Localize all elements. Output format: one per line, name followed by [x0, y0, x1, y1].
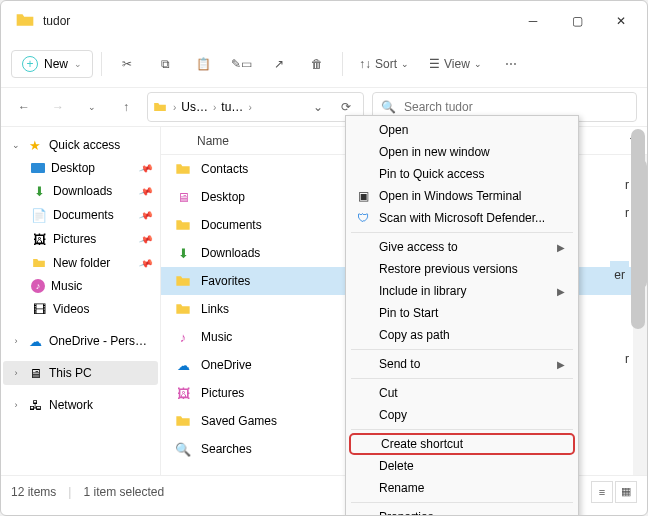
sidebar-item-videos[interactable]: 🎞Videos — [3, 297, 158, 321]
submenu-arrow-icon: ▶ — [557, 242, 565, 253]
sidebar-item-downloads[interactable]: ⬇Downloads📌 — [3, 179, 158, 203]
sidebar-item-pictures[interactable]: 🖼Pictures📌 — [3, 227, 158, 251]
menu-item-open-in-new-window[interactable]: Open in new window — [349, 141, 575, 163]
menu-label: Pin to Quick access — [379, 167, 484, 181]
minimize-button[interactable]: ─ — [511, 6, 555, 36]
folder-icon — [175, 217, 191, 233]
menu-item-open-in-windows-terminal[interactable]: ▣Open in Windows Terminal — [349, 185, 575, 207]
window-controls: ─ ▢ ✕ — [511, 6, 643, 36]
menu-label: Scan with Microsoft Defender... — [379, 211, 545, 225]
view-label: View — [444, 57, 470, 71]
folder-icon — [175, 161, 191, 177]
delete-icon[interactable]: 🗑 — [300, 47, 334, 81]
sidebar-label: Quick access — [49, 138, 120, 152]
file-name: Saved Games — [201, 414, 277, 428]
menu-label: Cut — [379, 386, 398, 400]
expand-icon[interactable]: ⌄ — [11, 140, 21, 150]
cut-icon[interactable]: ✂ — [110, 47, 144, 81]
file-name: Desktop — [201, 190, 245, 204]
chevron-down-icon: ⌄ — [474, 59, 482, 69]
file-name: Documents — [201, 218, 262, 232]
titlebar: tudor ─ ▢ ✕ — [1, 1, 647, 41]
history-dropdown[interactable]: ⌄ — [305, 94, 331, 120]
sidebar-network[interactable]: ›🖧Network — [3, 393, 158, 417]
chevron-down-icon: ⌄ — [74, 59, 82, 69]
window-title: tudor — [43, 14, 70, 28]
sort-label: Sort — [375, 57, 397, 71]
menu-item-send-to[interactable]: Send to▶ — [349, 353, 575, 375]
folder-icon: 🖥 — [175, 189, 191, 205]
sidebar-item-music[interactable]: ♪Music — [3, 275, 158, 297]
paste-icon[interactable]: 📋 — [186, 47, 220, 81]
menu-item-create-shortcut[interactable]: Create shortcut — [349, 433, 575, 455]
menu-item-cut[interactable]: Cut — [349, 382, 575, 404]
breadcrumb-segment[interactable]: tu… — [221, 100, 243, 114]
music-icon: ♪ — [31, 279, 45, 293]
file-name: OneDrive — [201, 358, 252, 372]
search-icon: 🔍 — [381, 100, 396, 114]
column-name[interactable]: Name — [197, 134, 229, 148]
sort-button[interactable]: ↑↓ Sort ⌄ — [351, 47, 417, 81]
breadcrumb-segment[interactable]: Us… — [181, 100, 208, 114]
scrollbar-thumb[interactable] — [631, 129, 645, 329]
details-view-button[interactable]: ≡ — [591, 481, 613, 503]
up-button[interactable]: ↑ — [113, 94, 139, 120]
expand-icon[interactable]: › — [11, 336, 21, 346]
breadcrumb[interactable]: › Us… › tu… › ⌄ ⟳ — [147, 92, 364, 122]
sidebar-label: Videos — [53, 302, 89, 316]
menu-item-pin-to-start[interactable]: Pin to Start — [349, 302, 575, 324]
chevron-right-icon[interactable]: › — [170, 102, 179, 113]
folder-icon — [15, 10, 37, 32]
menu-item-open[interactable]: Open — [349, 119, 575, 141]
sidebar-item-documents[interactable]: 📄Documents📌 — [3, 203, 158, 227]
sidebar-item-desktop[interactable]: Desktop📌 — [3, 157, 158, 179]
menu-item-rename[interactable]: Rename — [349, 477, 575, 499]
menu-item-pin-to-quick-access[interactable]: Pin to Quick access — [349, 163, 575, 185]
menu-separator — [351, 502, 573, 503]
close-button[interactable]: ✕ — [599, 6, 643, 36]
terminal-icon: ▣ — [355, 188, 371, 204]
separator — [101, 52, 102, 76]
plus-icon: + — [22, 56, 38, 72]
forward-button[interactable]: → — [45, 94, 71, 120]
expand-icon[interactable]: › — [11, 368, 21, 378]
window-scrollbar[interactable] — [631, 129, 645, 459]
view-button[interactable]: ☰ View ⌄ — [421, 47, 490, 81]
new-button[interactable]: + New ⌄ — [11, 50, 93, 78]
thumb-view-button[interactable]: ▦ — [615, 481, 637, 503]
chevron-right-icon[interactable]: › — [245, 102, 254, 113]
menu-label: Open — [379, 123, 408, 137]
pin-icon: 📌 — [138, 207, 154, 222]
folder-icon: 🖼 — [175, 385, 191, 401]
menu-item-give-access-to[interactable]: Give access to▶ — [349, 236, 575, 258]
menu-label: Properties — [379, 510, 434, 516]
rename-icon[interactable]: ✎▭ — [224, 47, 258, 81]
overflow-button[interactable]: ⋯ — [494, 47, 528, 81]
sidebar-onedrive[interactable]: ›☁OneDrive - Personal — [3, 329, 158, 353]
menu-item-properties[interactable]: Properties — [349, 506, 575, 516]
share-icon[interactable]: ↗ — [262, 47, 296, 81]
menu-item-restore-previous-versions[interactable]: Restore previous versions — [349, 258, 575, 280]
folder-icon: 🔍 — [175, 441, 191, 457]
maximize-button[interactable]: ▢ — [555, 6, 599, 36]
menu-item-copy-as-path[interactable]: Copy as path — [349, 324, 575, 346]
sidebar-label: OneDrive - Personal — [49, 334, 149, 348]
chevron-right-icon[interactable]: › — [210, 102, 219, 113]
menu-label: Copy — [379, 408, 407, 422]
menu-item-copy[interactable]: Copy — [349, 404, 575, 426]
folder-icon — [152, 99, 168, 115]
recent-button[interactable]: ⌄ — [79, 94, 105, 120]
selection-count: 1 item selected — [83, 485, 164, 499]
menu-item-scan-with-microsoft-defender[interactable]: 🛡Scan with Microsoft Defender... — [349, 207, 575, 229]
sidebar-thispc[interactable]: ›🖥This PC — [3, 361, 158, 385]
file-name: Favorites — [201, 274, 250, 288]
menu-label: Open in new window — [379, 145, 490, 159]
search-input[interactable] — [404, 100, 628, 114]
copy-icon[interactable]: ⧉ — [148, 47, 182, 81]
sidebar-quick-access[interactable]: ⌄ ★ Quick access — [3, 133, 158, 157]
back-button[interactable]: ← — [11, 94, 37, 120]
sidebar-item-newfolder[interactable]: New folder📌 — [3, 251, 158, 275]
expand-icon[interactable]: › — [11, 400, 21, 410]
menu-item-include-in-library[interactable]: Include in library▶ — [349, 280, 575, 302]
menu-item-delete[interactable]: Delete — [349, 455, 575, 477]
